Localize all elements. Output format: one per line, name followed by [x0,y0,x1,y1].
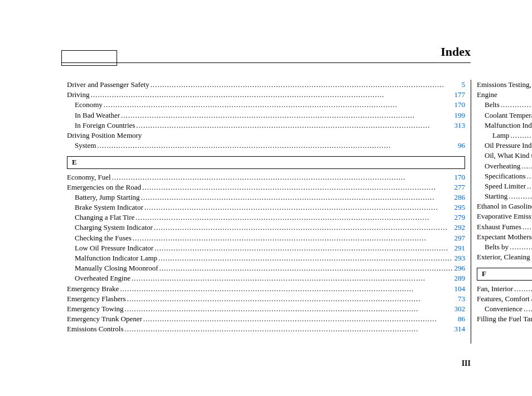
index-entry-page-link[interactable]: 314 [454,324,466,334]
index-entry-page-link[interactable]: 96 [458,141,465,151]
index-entry: Driver and Passenger Safety5 [67,80,465,90]
leader-dots [132,273,453,283]
leader-dots [501,100,532,110]
index-entry-page-link[interactable]: 302 [454,304,466,314]
leader-dots [510,242,532,252]
leader-dots [158,253,453,263]
index-entry: Belts by19 [477,242,532,252]
index-entry-label: In Bad Weather [75,110,120,120]
index-entry-label: Battery, Jump Starting [75,192,140,202]
index-entry-label: Emergency Brake [67,284,119,294]
index-entry-label: Speed Limiter [485,181,526,191]
index-entry-label: Emergency Flashers [67,294,126,304]
index-entry: Speed Limiter187 [477,181,532,191]
index-entry: Filling the Fuel Tank165 [477,314,532,324]
index-entry-label: Malfunction Indicator [485,120,532,131]
index-entry-page-link[interactable]: 292 [454,223,466,233]
leader-dots [136,120,453,131]
index-entry: Emergency Brake104 [67,284,465,294]
leader-dots [136,213,453,223]
index-entry-label: Fan, Interior [477,284,513,294]
index-entry: Lamp59, 293 [477,131,532,141]
leader-dots [144,202,453,213]
leader-dots [510,131,532,141]
index-entry-page-link[interactable]: 289 [454,273,466,283]
index-entry-page-link[interactable]: 86 [458,314,465,324]
index-entry: Malfunction Indicator [477,120,532,131]
index-entry: Checking the Fuses297 [67,233,465,243]
index-entry-label: In Foreign Countries [75,120,135,131]
index-entry-page-link[interactable]: 177 [454,90,466,100]
index-entry-page-link[interactable]: 313 [454,120,466,131]
index-entry-page-link[interactable]: 293 [454,253,466,263]
index-entry: System96 [67,141,465,151]
index-entry: Evaporative Emissions Controls314 [477,211,532,221]
index-entry: Features, Comfort and [477,294,532,304]
index-entry-label: Economy [75,100,103,110]
index-entry-label: Economy, Fuel [67,172,111,182]
index-entry: Emergencies on the Road277 [67,182,465,192]
index-entry: Driving Position Memory [67,131,465,141]
index-entry-page-link[interactable]: 286 [454,192,466,202]
index-entry: Exterior, Cleaning the270 [477,252,532,262]
index-entry-page-link[interactable]: 73 [458,294,465,304]
leader-dots [125,304,453,314]
index-entry-label: Specifications [485,171,526,181]
index-entry: Changing a Flat Tire279 [67,213,465,223]
index-entry: Low Oil Pressure Indicator291 [67,243,465,253]
index-entry: Specifications309 [477,171,532,181]
index-entry-label: Coolant Temperature Gauge [485,110,532,120]
index-entry: Belts249 [477,100,532,110]
index-entry-page-link[interactable]: 277 [454,182,466,192]
index-entry-page-link[interactable]: 291 [454,243,466,253]
index-entry-page-link[interactable]: 279 [454,213,466,223]
index-entry-label: Driving Position Memory [67,131,142,141]
index-entry-label: Overheating [485,161,520,171]
column-2: Emissions Testing, State317EngineBelts24… [471,80,532,344]
index-entry: Economy, Fuel170 [67,172,465,182]
index-entry-label: Low Oil Pressure Indicator [75,243,153,253]
index-entry-page-link[interactable]: 5 [462,80,466,90]
index-entry: Emergency Flashers73 [67,294,465,304]
index-entry-label: Filling the Fuel Tank [477,314,532,324]
index-entry-page-link[interactable]: 104 [454,284,466,294]
index-entry: In Bad Weather199 [67,110,465,120]
leader-dots [120,284,453,294]
index-entry-page-link[interactable]: 199 [454,110,466,120]
index-entry-page-link[interactable]: 170 [454,100,466,110]
index-entry-label: Emissions Controls [67,324,124,334]
leader-dots [121,110,453,120]
index-letter-heading: E [67,156,465,168]
index-entry-label: Brake System Indicator [75,202,143,213]
index-entry-page-link[interactable]: 170 [454,172,466,182]
index-entry: Engine [477,90,532,100]
index-entry-label: Emergency Towing [67,304,124,314]
index-entry: Driving177 [67,90,465,100]
index-entry-label: Driving [67,90,89,100]
index-entry-label: System [75,141,96,151]
index-entry-page-link[interactable]: 297 [454,233,466,243]
index-entry-label: Starting [485,191,507,201]
index-columns: Driver and Passenger Safety5Driving177Ec… [61,80,471,344]
page-number: III [462,359,471,368]
index-entry-label: Ethanol in Gasoline [477,201,532,211]
index-entry-label: Exhaust Fumes [477,222,521,232]
leader-dots [127,294,457,304]
index-entry-label: Charging System Indicator [75,223,153,233]
index-entry: Coolant Temperature Gauge66 [477,110,532,120]
index-entry: Convenience115 [477,304,532,314]
index-entry-page-link[interactable]: 296 [454,263,466,273]
leader-dots [104,100,453,110]
index-entry: Ethanol in Gasoline312 [477,201,532,211]
index-entry-label: Driver and Passenger Safety [67,80,149,90]
index-entry-label: Manually Closing Moonroof [75,263,158,273]
leader-dots [90,90,453,100]
index-entry-label: Exterior, Cleaning the [477,252,532,262]
index-entry-page-link[interactable]: 295 [454,202,466,213]
index-entry-label: Oil, What Kind to Use [485,151,532,161]
index-entry: Charging System Indicator292 [67,223,465,233]
leader-dots [527,181,532,191]
index-entry-label: Features, Comfort and [477,294,532,304]
top-blank-box [61,50,117,66]
leader-dots [514,284,532,294]
